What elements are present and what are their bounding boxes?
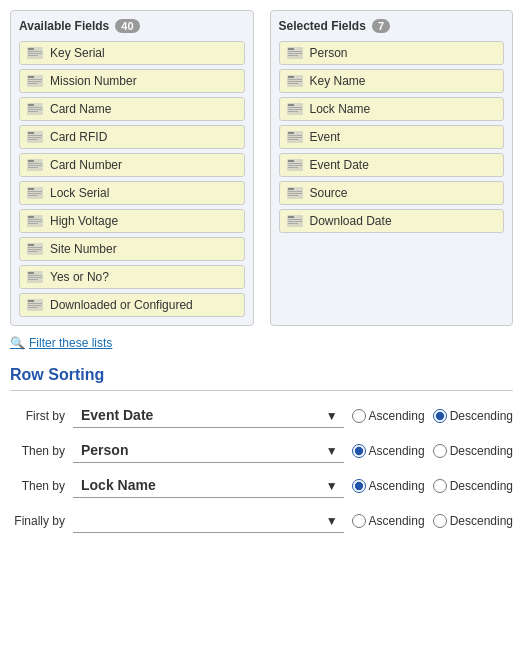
list-item[interactable]: Lock Serial <box>19 181 245 205</box>
available-fields-header: Available Fields 40 <box>19 19 245 33</box>
sort-select[interactable]: Event DatePersonLock NameKey NameEventSo… <box>73 473 344 498</box>
descending-option[interactable]: Descending <box>433 409 513 423</box>
svg-rect-2 <box>28 51 42 52</box>
descending-option[interactable]: Descending <box>433 479 513 493</box>
sort-row-label: Then by <box>10 479 65 493</box>
sort-row-label: Then by <box>10 444 65 458</box>
sort-options: AscendingDescending <box>352 444 513 458</box>
svg-rect-33 <box>28 221 42 222</box>
descending-radio[interactable] <box>433 479 447 493</box>
svg-rect-63 <box>288 109 302 110</box>
selected-fields-header: Selected Fields 7 <box>279 19 505 33</box>
ascending-option[interactable]: Ascending <box>352 444 425 458</box>
field-icon <box>26 130 44 144</box>
svg-rect-4 <box>28 55 38 56</box>
list-item[interactable]: Key Serial <box>19 41 245 65</box>
svg-rect-48 <box>28 305 42 306</box>
ascending-option[interactable]: Ascending <box>352 409 425 423</box>
list-item[interactable]: Event Date <box>279 153 505 177</box>
list-item[interactable]: High Voltage <box>19 209 245 233</box>
sort-options: AscendingDescending <box>352 409 513 423</box>
sort-select-wrapper: Event DatePersonLock NameKey NameEventSo… <box>73 438 344 463</box>
field-icon <box>26 270 44 284</box>
svg-rect-6 <box>28 76 34 78</box>
list-item[interactable]: Key Name <box>279 69 505 93</box>
descending-radio[interactable] <box>433 409 447 423</box>
list-item[interactable]: Mission Number <box>19 69 245 93</box>
list-item[interactable]: Event <box>279 125 505 149</box>
list-item[interactable]: Site Number <box>19 237 245 261</box>
sort-select[interactable]: Event DatePersonLock NameKey NameEventSo… <box>73 403 344 428</box>
descending-option[interactable]: Descending <box>433 444 513 458</box>
list-item[interactable]: Downloaded or Configured <box>19 293 245 317</box>
svg-rect-9 <box>28 83 38 84</box>
svg-rect-71 <box>288 160 294 162</box>
svg-rect-57 <box>288 79 302 80</box>
svg-rect-11 <box>28 104 34 106</box>
list-item[interactable]: Card Number <box>19 153 245 177</box>
field-label: Event <box>310 130 341 144</box>
sort-select[interactable]: Event DatePersonLock NameKey NameEventSo… <box>73 508 344 533</box>
list-item[interactable]: Card Name <box>19 97 245 121</box>
svg-rect-18 <box>28 137 42 138</box>
svg-rect-28 <box>28 193 42 194</box>
sort-row-label: First by <box>10 409 65 423</box>
field-label: Card Name <box>50 102 111 116</box>
field-label: Source <box>310 186 348 200</box>
sort-select-wrapper: Event DatePersonLock NameKey NameEventSo… <box>73 473 344 498</box>
svg-rect-61 <box>288 104 294 106</box>
list-item[interactable]: Download Date <box>279 209 505 233</box>
descending-radio[interactable] <box>433 514 447 528</box>
field-icon <box>26 74 44 88</box>
svg-rect-54 <box>288 55 298 56</box>
field-label: Yes or No? <box>50 270 109 284</box>
field-icon <box>286 46 304 60</box>
svg-rect-77 <box>288 191 302 192</box>
selected-fields-panel: Selected Fields 7 Person Key Name Lock N… <box>270 10 514 326</box>
field-icon <box>26 186 44 200</box>
svg-rect-16 <box>28 132 34 134</box>
svg-rect-36 <box>28 244 34 246</box>
svg-rect-68 <box>288 137 302 138</box>
list-item[interactable]: Card RFID <box>19 125 245 149</box>
ascending-radio[interactable] <box>352 409 366 423</box>
list-item[interactable]: Yes or No? <box>19 265 245 289</box>
filter-link[interactable]: 🔍 Filter these lists <box>10 336 513 350</box>
sort-rows-container: First byEvent DatePersonLock NameKey Nam… <box>10 403 513 533</box>
ascending-option[interactable]: Ascending <box>352 514 425 528</box>
list-item[interactable]: Person <box>279 41 505 65</box>
sort-row: Finally byEvent DatePersonLock NameKey N… <box>10 508 513 533</box>
ascending-option[interactable]: Ascending <box>352 479 425 493</box>
descending-option[interactable]: Descending <box>433 514 513 528</box>
svg-rect-53 <box>288 53 302 54</box>
svg-rect-59 <box>288 83 298 84</box>
ascending-radio[interactable] <box>352 514 366 528</box>
sort-select[interactable]: Event DatePersonLock NameKey NameEventSo… <box>73 438 344 463</box>
divider <box>10 390 513 391</box>
svg-rect-79 <box>288 195 298 196</box>
field-label: Event Date <box>310 158 369 172</box>
sort-options: AscendingDescending <box>352 514 513 528</box>
descending-radio[interactable] <box>433 444 447 458</box>
svg-rect-21 <box>28 160 34 162</box>
svg-rect-62 <box>288 107 302 108</box>
svg-rect-46 <box>28 300 34 302</box>
svg-rect-81 <box>288 216 294 218</box>
field-icon <box>286 186 304 200</box>
svg-rect-7 <box>28 79 42 80</box>
svg-rect-74 <box>288 167 298 168</box>
svg-rect-52 <box>288 51 302 52</box>
available-fields-panel: Available Fields 40 Key Serial Mission N… <box>10 10 254 326</box>
ascending-radio[interactable] <box>352 444 366 458</box>
svg-rect-39 <box>28 251 38 252</box>
svg-rect-58 <box>288 81 302 82</box>
field-icon <box>26 298 44 312</box>
list-item[interactable]: Lock Name <box>279 97 505 121</box>
sort-select-wrapper: Event DatePersonLock NameKey NameEventSo… <box>73 403 344 428</box>
list-item[interactable]: Source <box>279 181 505 205</box>
field-label: Download Date <box>310 214 392 228</box>
field-icon <box>26 158 44 172</box>
row-sorting-title: Row Sorting <box>10 366 513 384</box>
field-label: Lock Serial <box>50 186 109 200</box>
ascending-radio[interactable] <box>352 479 366 493</box>
